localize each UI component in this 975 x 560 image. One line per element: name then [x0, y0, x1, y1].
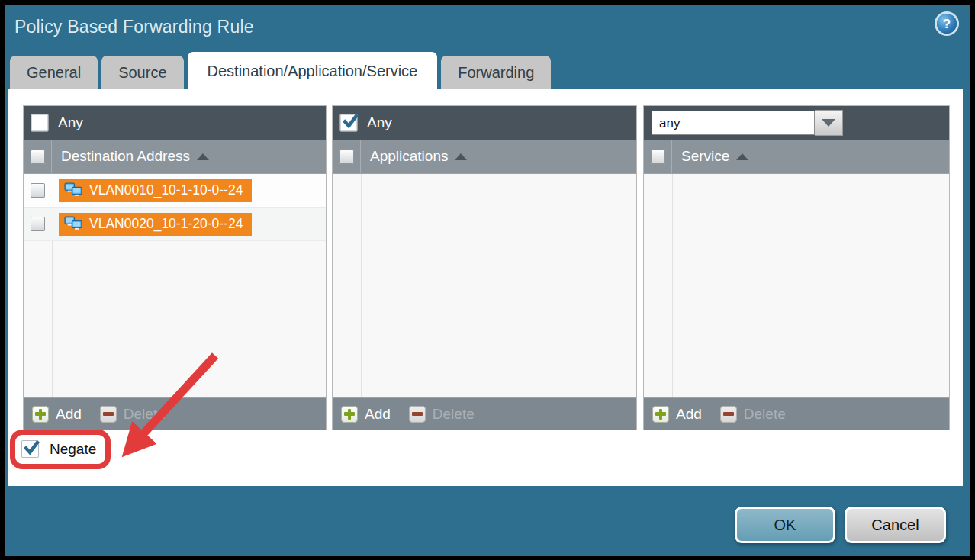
service-dropdown-value[interactable]: any: [652, 111, 815, 135]
add-label: Add: [365, 406, 391, 423]
pbf-rule-dialog: Policy Based Forwarding Rule General Sou…: [5, 5, 970, 556]
dropdown-button[interactable]: [815, 110, 843, 136]
applications-select-all-checkbox[interactable]: [339, 150, 354, 164]
network-address-icon: [64, 216, 83, 232]
minus-icon: [720, 406, 737, 423]
service-toolbar: Add Delete: [644, 397, 949, 430]
tab-general[interactable]: General: [10, 56, 98, 89]
applications-select-all-cell: [333, 140, 361, 173]
destination-select-all-cell: [24, 140, 52, 173]
list-item[interactable]: VLAN0010_10-1-10-0--24: [24, 174, 326, 208]
delete-label: Delete: [433, 406, 475, 423]
plus-icon: [341, 406, 358, 423]
service-column-label: Service: [681, 148, 729, 165]
service-column-header[interactable]: Service: [644, 140, 949, 174]
applications-list: [333, 174, 636, 397]
add-button[interactable]: Add: [652, 406, 702, 423]
delete-label: Delete: [744, 406, 786, 423]
service-panel: any Service: [643, 105, 950, 430]
negate-label: Negate: [50, 441, 96, 458]
add-button[interactable]: Add: [341, 406, 391, 423]
add-button[interactable]: Add: [32, 406, 82, 423]
negate-control[interactable]: Negate: [21, 440, 96, 458]
plus-icon: [32, 406, 49, 423]
sort-asc-icon: [736, 153, 748, 160]
destination-any-label: Any: [58, 114, 83, 131]
help-icon[interactable]: [937, 14, 957, 34]
network-address-icon: [64, 182, 83, 198]
address-object-tag: VLAN0020_10-1-20-0--24: [59, 213, 252, 236]
destination-column-header[interactable]: Destination Address: [24, 140, 326, 174]
service-select-all-checkbox[interactable]: [651, 150, 665, 164]
service-any-bar: any: [644, 106, 949, 140]
chevron-down-icon: [822, 119, 835, 127]
service-list: [644, 174, 949, 397]
destination-select-all-checkbox[interactable]: [31, 150, 45, 164]
address-object-tag: VLAN0010_10-1-10-0--24: [59, 179, 252, 202]
cancel-button[interactable]: Cancel: [845, 507, 946, 543]
row-checkbox-cell: [24, 217, 52, 231]
add-label: Add: [676, 406, 702, 423]
destination-any-checkbox[interactable]: [31, 114, 48, 131]
applications-any-bar: Any: [333, 106, 636, 140]
row-checkbox[interactable]: [31, 217, 45, 231]
tab-destination-application-service[interactable]: Destination/Application/Service: [188, 52, 438, 90]
delete-button[interactable]: Delete: [409, 406, 475, 423]
ok-button[interactable]: OK: [735, 507, 835, 543]
sort-asc-icon: [197, 153, 209, 160]
applications-panel: Any Applications Add: [332, 105, 637, 430]
delete-label: Delete: [124, 406, 166, 423]
list-item[interactable]: VLAN0020_10-1-20-0--24: [24, 208, 326, 241]
tab-forwarding[interactable]: Forwarding: [441, 56, 551, 89]
destination-toolbar: Add Delete: [24, 397, 326, 430]
minus-icon: [100, 406, 117, 423]
plus-icon: [652, 406, 669, 423]
applications-any-label: Any: [367, 114, 392, 131]
sort-asc-icon: [455, 153, 467, 160]
service-select-all-cell: [644, 140, 672, 173]
add-label: Add: [56, 406, 82, 423]
dialog-title: Policy Based Forwarding Rule: [14, 17, 254, 37]
tab-bar: General Source Destination/Application/S…: [10, 52, 551, 89]
destination-any-bar: Any: [24, 106, 326, 140]
check-icon: [342, 113, 359, 130]
service-dropdown[interactable]: any: [652, 110, 843, 136]
applications-any-checkbox[interactable]: [340, 114, 357, 131]
applications-column-header[interactable]: Applications: [333, 140, 636, 174]
destination-address-panel: Any Destination Address: [23, 105, 327, 430]
row-checkbox-cell: [24, 183, 52, 198]
minus-icon: [409, 406, 426, 423]
tab-source[interactable]: Source: [101, 56, 183, 89]
applications-toolbar: Add Delete: [333, 397, 636, 430]
delete-button[interactable]: Delete: [100, 406, 166, 423]
screenshot-frame: Policy Based Forwarding Rule General Sou…: [0, 0, 975, 560]
destination-list: VLAN0010_10-1-10-0--24: [24, 174, 326, 397]
address-object-label: VLAN0010_10-1-10-0--24: [89, 182, 243, 198]
delete-button[interactable]: Delete: [720, 406, 786, 423]
row-checkbox[interactable]: [31, 183, 45, 198]
negate-checkbox[interactable]: [21, 440, 39, 458]
destination-column-label: Destination Address: [61, 148, 190, 165]
tab-content: Any Destination Address: [8, 89, 963, 486]
address-object-label: VLAN0020_10-1-20-0--24: [89, 216, 243, 232]
check-icon: [23, 439, 40, 456]
applications-column-label: Applications: [370, 148, 448, 165]
